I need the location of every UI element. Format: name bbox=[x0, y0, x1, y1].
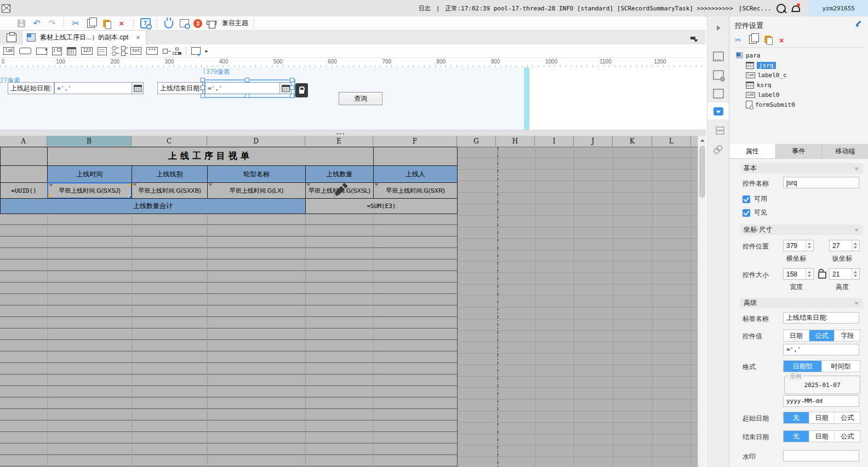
end-date-option[interactable]: 日期 bbox=[809, 431, 835, 442]
tree-cut-button[interactable]: ✂ bbox=[735, 36, 741, 44]
sheet-vertical-scrollbar[interactable] bbox=[698, 136, 706, 467]
tree-copy-button[interactable] bbox=[749, 35, 757, 45]
password-widget-button[interactable]: *** bbox=[146, 47, 157, 55]
preview-button[interactable] bbox=[178, 18, 190, 29]
format-type-time[interactable]: 时间型 bbox=[822, 361, 860, 372]
textarea-widget-button[interactable] bbox=[98, 47, 107, 55]
paste-button[interactable] bbox=[100, 18, 112, 29]
selection-handle[interactable] bbox=[201, 78, 205, 82]
combobox-widget-button[interactable] bbox=[36, 47, 47, 55]
radio-group-widget-button[interactable] bbox=[112, 47, 116, 55]
tree-item-jsrq[interactable]: jsrq bbox=[736, 60, 862, 70]
condition-attribute-icon[interactable] bbox=[707, 122, 729, 138]
cell-title[interactable]: 上线工序目视单 bbox=[47, 147, 374, 166]
cell-sxxb[interactable]: 早班上线时间.G(SXXB) bbox=[132, 182, 208, 199]
column-header-I[interactable]: I bbox=[535, 136, 574, 146]
start-none-option[interactable]: 无 bbox=[784, 412, 809, 423]
collapse-panel-icon[interactable] bbox=[707, 20, 729, 36]
redo-button[interactable]: ↷ bbox=[46, 18, 58, 29]
theme-shirt-icon[interactable] bbox=[205, 18, 218, 29]
height-spinner[interactable]: 21 bbox=[829, 268, 860, 280]
write-report-button[interactable] bbox=[191, 47, 201, 55]
expand-corner-icon[interactable] bbox=[690, 34, 698, 41]
tab-list-icon[interactable] bbox=[7, 33, 16, 42]
cell-sxr[interactable]: 早班上线时间.G(SXR) bbox=[373, 182, 458, 199]
start-date-calendar-button[interactable] bbox=[132, 83, 143, 94]
aspect-lock-button[interactable] bbox=[295, 83, 308, 97]
cell-sum-label[interactable]: 上线数量合计 bbox=[0, 198, 306, 214]
checkbox-widget-button[interactable] bbox=[163, 47, 168, 55]
selection-handle[interactable] bbox=[290, 78, 294, 82]
tab-mobile[interactable]: 移动端 bbox=[822, 144, 868, 158]
section-basic[interactable]: 基本 bbox=[740, 163, 863, 174]
empty-grid-right[interactable] bbox=[457, 147, 698, 467]
hyperlink-icon[interactable] bbox=[707, 140, 729, 157]
query-button[interactable]: 查询 bbox=[339, 92, 382, 105]
value-type-field[interactable]: 字段 bbox=[835, 330, 860, 341]
parameter-pane[interactable]: 379像素 27像素 上线起始日期: =',' 上线结束日期: =',' 查询 bbox=[0, 67, 706, 130]
size-lock-icon[interactable] bbox=[818, 272, 826, 279]
delete-button[interactable]: × bbox=[116, 18, 128, 29]
checkbox-group-widget-button[interactable] bbox=[121, 47, 125, 55]
width-spinner[interactable]: 158 bbox=[783, 268, 814, 280]
value-formula-input[interactable]: =',' bbox=[783, 344, 859, 355]
document-tab[interactable]: 素材上线工序目...）的副本.cpt × bbox=[22, 30, 146, 44]
selection-handle[interactable] bbox=[201, 85, 205, 90]
cell-header-wheeltype[interactable]: 轮型名称 bbox=[207, 165, 306, 183]
widgetbar-expand-arrow[interactable]: ▸ bbox=[205, 48, 208, 54]
end-none-option[interactable]: 无 bbox=[784, 431, 809, 442]
selection-handle[interactable] bbox=[245, 94, 249, 98]
cell-header-line[interactable]: 上线线别 bbox=[132, 165, 208, 183]
section-coordinates[interactable]: 坐标·尺寸 bbox=[740, 224, 863, 235]
tree-item-ksrq[interactable]: ksrq bbox=[736, 80, 862, 90]
tree-widget-button[interactable] bbox=[173, 47, 181, 55]
date-widget-button[interactable] bbox=[67, 47, 76, 55]
column-header-A[interactable]: A bbox=[0, 136, 47, 146]
cell-header-time[interactable]: 上线时间 bbox=[47, 165, 132, 183]
tree-item-formsubmit0[interactable]: formSubmit0 bbox=[736, 100, 862, 109]
selection-handle[interactable] bbox=[290, 85, 294, 90]
format-pattern-input[interactable]: yyyy-MM-dd bbox=[783, 395, 859, 407]
tree-delete-button[interactable]: × bbox=[779, 36, 784, 44]
window-close-icon[interactable] bbox=[2, 4, 10, 13]
end-formula-option[interactable]: 公式 bbox=[835, 431, 860, 442]
log-truncated[interactable]: [SCRec... bbox=[739, 5, 772, 12]
tag-name-input[interactable]: 上线结束日期: bbox=[783, 312, 859, 324]
save-button[interactable] bbox=[15, 18, 27, 29]
plugin-button[interactable] bbox=[163, 18, 175, 29]
panel-widget-button[interactable] bbox=[52, 47, 62, 55]
tab-close-icon[interactable]: × bbox=[136, 33, 140, 42]
column-header-K[interactable]: K bbox=[613, 136, 652, 146]
search-icon[interactable] bbox=[776, 4, 786, 13]
watermark-input[interactable] bbox=[783, 450, 859, 462]
notification-count-badge[interactable]: 3 bbox=[193, 19, 202, 28]
enabled-checkbox[interactable] bbox=[743, 195, 750, 203]
column-header-H[interactable]: H bbox=[496, 136, 535, 146]
value-type-date[interactable]: 日期 bbox=[784, 330, 809, 341]
section-advanced[interactable]: 高级 bbox=[740, 298, 863, 308]
column-header-B[interactable]: B bbox=[47, 136, 132, 146]
tab-events[interactable]: 事件 bbox=[776, 144, 823, 158]
tree-item-para[interactable]: para bbox=[736, 50, 862, 60]
scroll-up-arrow[interactable] bbox=[700, 139, 705, 142]
start-date-option[interactable]: 日期 bbox=[809, 412, 835, 423]
enabled-checkbox-row[interactable]: 可用 bbox=[743, 194, 767, 204]
cell-A2[interactable] bbox=[0, 165, 48, 183]
text-widget-button[interactable]: txt bbox=[130, 47, 141, 55]
visible-checkbox[interactable] bbox=[743, 209, 750, 217]
column-header-D[interactable]: D bbox=[207, 136, 305, 146]
float-element-icon[interactable] bbox=[707, 85, 729, 102]
cell-F1[interactable] bbox=[373, 147, 458, 166]
cut-button[interactable]: ✂ bbox=[70, 18, 82, 29]
column-header-F[interactable]: F bbox=[373, 136, 457, 146]
widget-settings-icon[interactable] bbox=[707, 103, 729, 119]
tree-paste-button[interactable] bbox=[764, 36, 772, 45]
label-widget-button[interactable]: lab bbox=[3, 47, 14, 55]
column-header-E[interactable]: E bbox=[305, 136, 373, 146]
format-type-date[interactable]: 日期型 bbox=[784, 361, 822, 372]
edit-pencil-icon[interactable] bbox=[856, 20, 864, 27]
copy-button[interactable] bbox=[85, 18, 97, 29]
value-type-formula[interactable]: 公式 bbox=[809, 330, 835, 341]
parameter-pane-boundary[interactable] bbox=[524, 67, 529, 130]
textfield-widget-button[interactable] bbox=[19, 47, 31, 55]
